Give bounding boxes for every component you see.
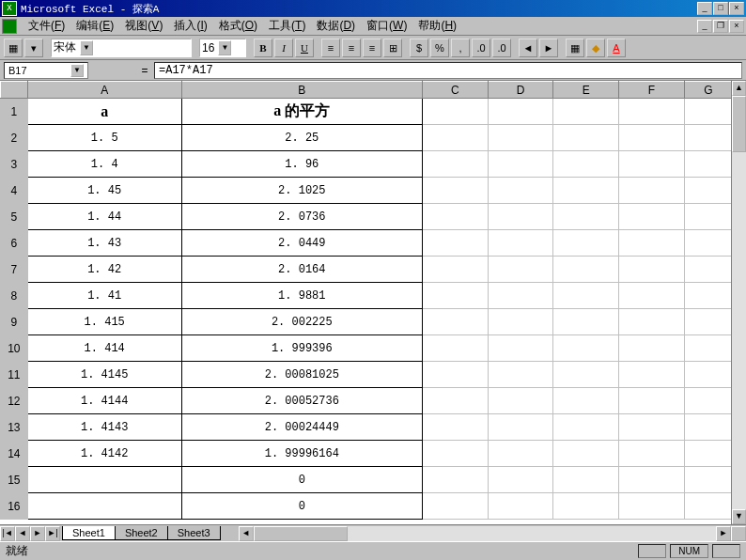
row-header[interactable]: 5 (1, 204, 28, 230)
chevron-down-icon[interactable]: ▼ (218, 40, 231, 55)
row-header[interactable]: 9 (1, 309, 28, 335)
cell[interactable]: 1. 415 (27, 309, 181, 335)
decrease-indent-button[interactable]: ◄ (519, 39, 537, 57)
select-all-corner[interactable] (1, 82, 28, 99)
cell[interactable]: 1. 44 (27, 204, 181, 230)
scroll-right-arrow[interactable]: ► (716, 526, 731, 541)
cell[interactable] (488, 99, 553, 125)
cell[interactable]: 1. 96 (181, 151, 422, 178)
cell[interactable]: 2. 00081025 (181, 362, 422, 388)
cell[interactable] (619, 467, 685, 493)
cell[interactable] (684, 151, 731, 178)
cell[interactable]: 1. 4145 (27, 362, 181, 388)
cell[interactable]: a (27, 99, 181, 125)
chevron-down-icon[interactable]: ▼ (70, 64, 84, 77)
row-header[interactable]: 2 (1, 125, 28, 151)
fill-color-button[interactable]: ◆ (586, 39, 605, 57)
bold-button[interactable]: B (254, 39, 272, 57)
tab-nav-prev[interactable]: ◄ (15, 526, 30, 541)
cell[interactable] (619, 230, 685, 257)
cell[interactable]: 2. 00024449 (181, 414, 422, 441)
row-header[interactable]: 3 (1, 151, 28, 178)
cell[interactable]: 1. 5 (27, 125, 181, 151)
column-header-A[interactable]: A (27, 82, 181, 99)
toolbar-button[interactable]: ▦ (4, 39, 23, 57)
cell[interactable] (553, 362, 619, 388)
font-select[interactable]: 宋体▼ (51, 39, 192, 57)
cell[interactable]: 2. 25 (181, 125, 422, 151)
tab-nav-first[interactable]: |◄ (0, 526, 15, 541)
cell[interactable] (684, 362, 731, 388)
chevron-down-icon[interactable]: ▼ (80, 40, 93, 55)
sheet-tab[interactable]: Sheet1 (62, 526, 116, 540)
cell[interactable]: 2. 0449 (181, 230, 422, 257)
cell[interactable] (422, 309, 488, 335)
align-center-button[interactable]: ≡ (342, 39, 361, 57)
menu-h[interactable]: 帮助(H) (412, 16, 462, 36)
cell[interactable] (619, 388, 685, 414)
cell[interactable] (422, 125, 488, 151)
cell[interactable] (619, 493, 685, 520)
scroll-up-arrow[interactable]: ▲ (732, 81, 746, 96)
row-header[interactable]: 13 (1, 414, 28, 441)
font-size-select[interactable]: 16▼ (199, 39, 246, 57)
cell[interactable]: 2. 00052736 (181, 388, 422, 414)
toolbar-dropdown[interactable]: ▾ (24, 39, 43, 57)
cell[interactable] (422, 178, 488, 204)
scroll-left-arrow[interactable]: ◄ (239, 526, 254, 541)
cell[interactable] (619, 99, 685, 125)
decrease-decimal-button[interactable]: .0 (492, 39, 511, 57)
cell[interactable]: 1. 43 (27, 230, 181, 257)
row-header[interactable]: 4 (1, 178, 28, 204)
cell[interactable] (684, 414, 731, 441)
cell[interactable]: 1. 42 (27, 257, 181, 283)
cell[interactable] (488, 441, 553, 467)
scroll-thumb[interactable] (732, 96, 746, 152)
cell[interactable]: 1. 4143 (27, 414, 181, 441)
cell[interactable] (422, 151, 488, 178)
cell[interactable] (488, 388, 553, 414)
cell[interactable] (619, 178, 685, 204)
cell[interactable] (553, 441, 619, 467)
cell[interactable] (684, 204, 731, 230)
cell[interactable]: 1. 99996164 (181, 441, 422, 467)
cell[interactable] (422, 414, 488, 441)
cell[interactable] (488, 362, 553, 388)
cell[interactable] (619, 151, 685, 178)
cell[interactable] (619, 204, 685, 230)
borders-button[interactable]: ▦ (566, 39, 584, 57)
row-header[interactable]: 10 (1, 335, 28, 362)
row-header[interactable]: 6 (1, 230, 28, 257)
name-box[interactable]: B17 ▼ (4, 62, 88, 79)
cell[interactable] (422, 493, 488, 520)
column-header-G[interactable]: G (684, 82, 731, 99)
doc-close-button[interactable]: × (729, 20, 744, 33)
cell[interactable] (619, 257, 685, 283)
scroll-thumb[interactable] (254, 526, 348, 541)
cell[interactable] (684, 335, 731, 362)
increase-indent-button[interactable]: ► (539, 39, 558, 57)
column-header-E[interactable]: E (553, 82, 619, 99)
cell[interactable] (27, 467, 181, 493)
cell[interactable] (488, 414, 553, 441)
font-color-button[interactable]: A (607, 39, 626, 57)
cell[interactable] (422, 283, 488, 309)
close-button[interactable]: × (729, 2, 744, 15)
cell[interactable] (553, 257, 619, 283)
cell[interactable] (553, 230, 619, 257)
cell[interactable]: 0 (181, 493, 422, 520)
cell[interactable] (488, 125, 553, 151)
row-header[interactable]: 12 (1, 388, 28, 414)
cell[interactable] (488, 467, 553, 493)
menu-f[interactable]: 文件(F) (23, 16, 70, 36)
cell[interactable] (684, 230, 731, 257)
row-header[interactable]: 11 (1, 362, 28, 388)
column-header-C[interactable]: C (422, 82, 488, 99)
cell[interactable]: 2. 1025 (181, 178, 422, 204)
horizontal-scrollbar[interactable]: ◄ ► (239, 526, 731, 541)
cell[interactable]: 1. 4142 (27, 441, 181, 467)
cell[interactable] (684, 283, 731, 309)
cell[interactable] (684, 178, 731, 204)
currency-button[interactable]: $ (410, 39, 428, 57)
doc-control-icon[interactable] (2, 19, 17, 34)
